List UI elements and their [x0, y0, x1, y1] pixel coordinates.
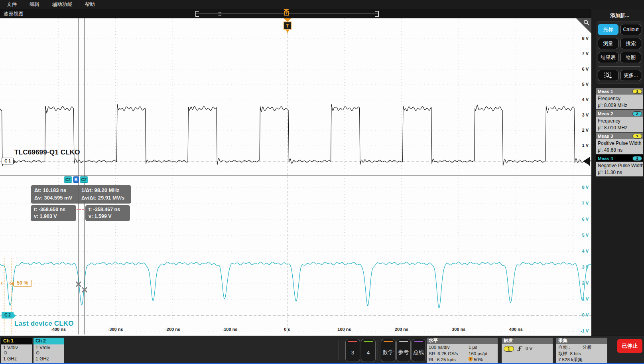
ch1-trace-label[interactable]: TLC69699-Q1 CLKO — [14, 148, 80, 156]
meas-3-source-badge: 1 — [632, 134, 642, 138]
zoom-overview-bar[interactable]: T — [195, 11, 379, 17]
ch1-scale: 1 V/div — [3, 345, 30, 350]
ch4-button[interactable]: 4 — [361, 339, 376, 362]
time-axis-label: 200 ns — [389, 327, 414, 332]
menu-item-utility[interactable]: 辅助功能 — [52, 1, 72, 8]
bus-button[interactable]: 总线 — [412, 339, 426, 362]
plot-button[interactable]: 绘图 — [620, 52, 641, 63]
more-button[interactable]: 更多... — [620, 70, 641, 81]
lower-axis-label: 2 V — [575, 281, 589, 285]
waveform-plot-area[interactable]: TLC69699-Q1 CLKO Last device CLKO C 1 C … — [0, 18, 591, 336]
lower-axis-label: 5 V — [575, 233, 589, 237]
trigger-panel-header: 触发 — [502, 338, 553, 344]
time-axis-label: 100 ns — [331, 327, 357, 332]
math-button[interactable]: 数学 — [381, 339, 396, 362]
meas-1-card[interactable]: Meas 1 1 Frequency μ': 8.009 MHz — [596, 88, 643, 109]
cursor-a-source-badge[interactable]: C2 — [64, 176, 72, 183]
overview-bracket — [375, 16, 378, 17]
time-axis-label: 300 ns — [446, 327, 471, 332]
lower-axis-label: -1 V — [575, 328, 589, 333]
ch1-settings-badge[interactable]: Ch 1 1 V/div 1 GHz — [1, 338, 32, 363]
lower-axis-label: 4 V — [575, 249, 589, 253]
horizontal-panel-body: 100 ns/div 1 μs SR: 6.25 GS/s 160 ps/pt … — [427, 344, 498, 363]
acquisition-panel[interactable]: 采集 自动， 分析 取样: 8 bits 7.528 k采集 — [556, 338, 607, 363]
cursors-button[interactable]: 光标 — [598, 24, 618, 35]
cursor-b-source-badge[interactable]: C2 — [80, 176, 88, 183]
rising-edge-icon — [517, 346, 523, 352]
acquisition-mode: 自动， — [558, 344, 572, 351]
right-sidebar: 添加新... 光标 Callout 测量 搜索 结果表 绘图 更多... Mea… — [591, 9, 644, 336]
meas-2-value: μ': 8.010 MHz — [598, 125, 641, 131]
upper-axis-label: 6 V — [575, 67, 589, 71]
ch2-handle-badge[interactable]: C 2 — [2, 312, 14, 318]
cursor-link-badge[interactable]: B — [73, 176, 79, 183]
upper-axis-label: 7 V — [575, 51, 589, 56]
ch1-waveform-trace[interactable] — [0, 104, 591, 166]
overview-bracket — [196, 11, 199, 12]
menu-item-help[interactable]: 帮助 — [85, 1, 95, 8]
overview-grip-handle[interactable] — [218, 12, 222, 16]
upper-axis-label: 8 V — [575, 36, 589, 41]
upper-axis-label: 5 V — [575, 82, 589, 87]
cursor-b-readout[interactable]: t: -358.467 ns v: 1.599 V — [85, 205, 130, 221]
measure-button[interactable]: 测量 — [598, 38, 618, 49]
ch2-waveform-trace[interactable] — [0, 262, 591, 308]
ch1-handle-badge[interactable]: C 1 — [2, 158, 14, 164]
meas-2-card[interactable]: Meas 2 2 Frequency μ': 8.010 MHz — [596, 110, 643, 132]
acquisition-analysis: 分析 — [583, 344, 592, 351]
meas-2-title: Meas 2 — [598, 111, 613, 116]
menu-item-edit[interactable]: 编辑 — [30, 1, 39, 8]
menu-item-file[interactable]: 文件 — [7, 1, 17, 8]
ch4-color-stripe — [364, 341, 373, 342]
fifty-percent-tag[interactable]: 50 % — [14, 280, 32, 287]
lower-axis-label: 7 V — [575, 201, 589, 206]
ref-color-stripe — [399, 341, 408, 342]
callout-button[interactable]: Callout — [620, 24, 641, 35]
time-axis-label: 0 s — [274, 327, 300, 332]
cursor-delta-readout[interactable]: Δt: 10.183 ns 1/Δt: 98.20 MHz Δv: 304.59… — [31, 185, 131, 204]
trigger-level-value: 0 V — [526, 346, 532, 352]
time-axis-label: -300 ns — [103, 327, 128, 332]
bottom-divider — [339, 340, 339, 360]
upper-axis-label: 2 V — [575, 128, 589, 133]
meas-4-body: Negative Pulse Width μ': 11.30 ns — [596, 162, 643, 176]
ch1-badge-body: 1 V/div 1 GHz — [1, 344, 32, 363]
ch3-color-stripe — [348, 341, 357, 342]
ch2-badge-header: Ch 2 — [33, 338, 64, 344]
upper-axis-label: 1 V — [575, 143, 589, 148]
ch3-button[interactable]: 3 — [345, 339, 360, 362]
overview-bracket — [375, 11, 378, 12]
lower-axis-label: 3 V — [575, 265, 589, 269]
time-axis-label: -100 ns — [217, 327, 243, 332]
meas-3-card[interactable]: Meas 3 1 Positive Pulse Width μ': 49.68 … — [596, 133, 643, 154]
ch2-badge-body: 1 V/div 1 GHz — [33, 344, 64, 363]
meas-4-card[interactable]: Meas 4 2 Negative Pulse Width μ': 11.30 … — [596, 155, 643, 176]
svg-text:T: T — [470, 357, 472, 361]
cursor-delta-t: Δt: 10.183 ns — [34, 187, 81, 194]
results-table-button[interactable]: 结果表 — [598, 52, 618, 63]
waveform-view-titlebar: 波形视图 T — [0, 9, 591, 18]
ch4-label: 4 — [367, 350, 370, 356]
ref-button[interactable]: 参考 — [396, 339, 411, 362]
horizontal-panel[interactable]: 水平 100 ns/div 1 μs SR: 6.25 GS/s 160 ps/… — [427, 338, 498, 363]
search-button[interactable]: 搜索 — [620, 38, 641, 49]
bottom-status-bar: Ch 1 1 V/div 1 GHz Ch 2 1 V/div 1 GHz 3 … — [0, 336, 644, 364]
meas-4-type: Negative Pulse Width — [598, 162, 641, 169]
menu-bar: 文件 编辑 辅助功能 帮助 — [0, 0, 644, 9]
trigger-level-arrow[interactable] — [582, 157, 591, 166]
add-new-panel: 光标 Callout 测量 搜索 结果表 绘图 更多... — [596, 21, 643, 84]
ch2-settings-badge[interactable]: Ch 2 1 V/div 1 GHz — [33, 338, 64, 363]
trigger-panel[interactable]: 触发 1 0 V — [502, 338, 553, 363]
meas-1-title: Meas 1 — [598, 89, 613, 94]
cursor-delta-v: Δv: 304.595 mV — [34, 194, 81, 202]
overview-trigger-icon[interactable]: T — [284, 11, 289, 16]
ch3-label: 3 — [351, 350, 354, 356]
cursor-a-readout[interactable]: t: -368.650 ns v: 1.903 V — [31, 205, 76, 221]
trigger-position-badge[interactable]: T — [284, 22, 291, 30]
stopped-button[interactable]: 已停止 — [617, 339, 642, 353]
zoom-tool-button[interactable] — [598, 70, 618, 81]
lower-axis-label: 6 V — [575, 217, 589, 222]
time-axis-label: 400 ns — [503, 327, 529, 332]
time-axis-label: -200 ns — [160, 327, 185, 332]
ch2-trace-label[interactable]: Last device CLKO — [14, 320, 74, 328]
